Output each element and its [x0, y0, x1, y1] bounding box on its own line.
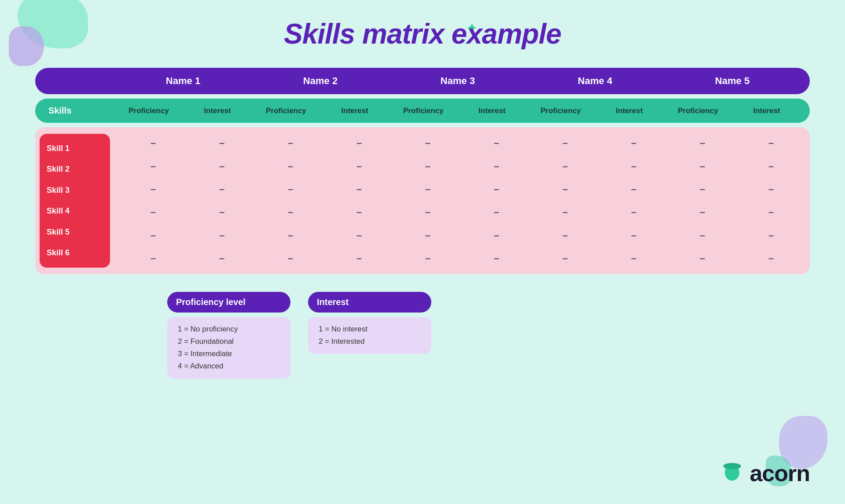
- proficiency-legend: Proficiency level 1 = No proficiency 2 =…: [167, 292, 290, 379]
- skills-column: Skill 1 Skill 2 Skill 3 Skill 4 Skill 5 …: [40, 134, 110, 268]
- cell-r4-c5: –: [393, 206, 462, 218]
- cell-r1-c2: –: [187, 137, 256, 149]
- proficiency-legend-header: Proficiency level: [167, 292, 290, 313]
- legend-item: 2 = Foundational: [178, 337, 280, 346]
- acorn-text: acorn: [749, 460, 810, 486]
- cell-r2-c3: –: [256, 161, 325, 172]
- cell-r4-c7: –: [531, 206, 599, 218]
- svg-rect-2: [731, 464, 734, 467]
- cell-r5-c2: –: [187, 230, 256, 241]
- page-title: Skills matrix example: [35, 18, 810, 50]
- legend-item: 2 = Interested: [319, 337, 421, 346]
- cell-r4-c8: –: [599, 206, 668, 218]
- table-row: – – – – – – – – – –: [119, 247, 805, 270]
- cell-r2-c10: –: [737, 161, 805, 172]
- sub-col-int-5: Interest: [732, 107, 801, 115]
- cell-r3-c9: –: [668, 184, 737, 195]
- skills-column-header: Skills: [44, 106, 114, 116]
- table-row: – – – – – – – – – –: [119, 224, 805, 247]
- name-3-header: Name 3: [389, 75, 526, 87]
- cell-r5-c10: –: [737, 230, 805, 241]
- cell-r4-c4: –: [325, 206, 393, 218]
- name-4-header: Name 4: [526, 75, 664, 87]
- cell-r2-c6: –: [462, 161, 531, 172]
- cell-r1-c7: –: [531, 137, 599, 149]
- cell-r6-c8: –: [599, 253, 668, 264]
- cell-r2-c5: –: [393, 161, 462, 172]
- cell-r1-c5: –: [393, 137, 462, 149]
- cell-r6-c3: –: [256, 253, 325, 264]
- cell-r3-c8: –: [599, 184, 668, 195]
- cell-r3-c4: –: [325, 184, 393, 195]
- data-columns: – – – – – – – – – – – – – – –: [114, 132, 810, 270]
- cell-r2-c2: –: [187, 161, 256, 172]
- cell-r5-c7: –: [531, 230, 599, 241]
- sub-col-int-2: Interest: [320, 107, 389, 115]
- sub-header-row: Skills Proficiency Interest Proficiency …: [35, 99, 810, 123]
- interest-legend-header: Interest: [308, 292, 431, 313]
- cell-r3-c5: –: [393, 184, 462, 195]
- sub-col-int-3: Interest: [458, 107, 526, 115]
- skill-3-label: Skill 3: [40, 180, 110, 201]
- acorn-icon: [720, 461, 744, 486]
- sub-col-prof-2: Proficiency: [252, 107, 320, 115]
- sub-col-prof-1: Proficiency: [114, 107, 183, 115]
- legend-item: 3 = Intermediate: [178, 349, 280, 358]
- cell-r2-c4: –: [325, 161, 393, 172]
- skill-4-label: Skill 4: [40, 201, 110, 221]
- legend-item: 1 = No interest: [319, 325, 421, 334]
- cell-r3-c10: –: [737, 184, 805, 195]
- cell-r1-c8: –: [599, 137, 668, 149]
- cell-r5-c1: –: [119, 230, 187, 241]
- skill-1-label: Skill 1: [40, 138, 110, 159]
- table-row: – – – – – – – – – –: [119, 178, 805, 201]
- table-row: – – – – – – – – – –: [119, 132, 805, 155]
- legend-item: 1 = No proficiency: [178, 325, 280, 334]
- cell-r5-c8: –: [599, 230, 668, 241]
- cell-r4-c1: –: [119, 206, 187, 218]
- cell-r6-c7: –: [531, 253, 599, 264]
- cell-r3-c3: –: [256, 184, 325, 195]
- cell-r4-c3: –: [256, 206, 325, 218]
- legend-area: Proficiency level 1 = No proficiency 2 =…: [167, 292, 810, 379]
- cell-r4-c10: –: [737, 206, 805, 218]
- cell-r3-c1: –: [119, 184, 187, 195]
- cell-r5-c9: –: [668, 230, 737, 241]
- data-area: Skill 1 Skill 2 Skill 3 Skill 4 Skill 5 …: [35, 127, 810, 274]
- cell-r3-c2: –: [187, 184, 256, 195]
- skill-6-label: Skill 6: [40, 243, 110, 263]
- proficiency-legend-body: 1 = No proficiency 2 = Foundational 3 = …: [167, 317, 290, 379]
- cell-r1-c1: –: [119, 137, 187, 149]
- cell-r6-c6: –: [462, 253, 531, 264]
- cell-r2-c1: –: [119, 161, 187, 172]
- name-2-header: Name 2: [252, 75, 389, 87]
- cell-r2-c8: –: [599, 161, 668, 172]
- cell-r6-c9: –: [668, 253, 737, 264]
- cell-r2-c7: –: [531, 161, 599, 172]
- name-1-header: Name 1: [114, 75, 252, 87]
- cell-r3-c6: –: [462, 184, 531, 195]
- cell-r4-c2: –: [187, 206, 256, 218]
- skills-matrix: Name 1 Name 2 Name 3 Name 4 Name 5 Skill…: [35, 68, 810, 274]
- cell-r1-c6: –: [462, 137, 531, 149]
- cell-r6-c10: –: [737, 253, 805, 264]
- acorn-logo: acorn: [720, 460, 810, 486]
- sub-col-prof-5: Proficiency: [664, 107, 732, 115]
- cell-r4-c9: –: [668, 206, 737, 218]
- table-row: – – – – – – – – – –: [119, 155, 805, 178]
- name-5-header: Name 5: [664, 75, 801, 87]
- sub-col-int-1: Interest: [183, 107, 252, 115]
- cell-r5-c5: –: [393, 230, 462, 241]
- cell-r5-c3: –: [256, 230, 325, 241]
- skill-5-label: Skill 5: [40, 222, 110, 243]
- cell-r1-c3: –: [256, 137, 325, 149]
- sub-col-int-4: Interest: [595, 107, 664, 115]
- cell-r6-c1: –: [119, 253, 187, 264]
- cell-r6-c2: –: [187, 253, 256, 264]
- cell-r5-c6: –: [462, 230, 531, 241]
- cell-r2-c9: –: [668, 161, 737, 172]
- cell-r6-c5: –: [393, 253, 462, 264]
- cell-r1-c4: –: [325, 137, 393, 149]
- interest-legend: Interest 1 = No interest 2 = Interested: [308, 292, 431, 379]
- cell-r3-c7: –: [531, 184, 599, 195]
